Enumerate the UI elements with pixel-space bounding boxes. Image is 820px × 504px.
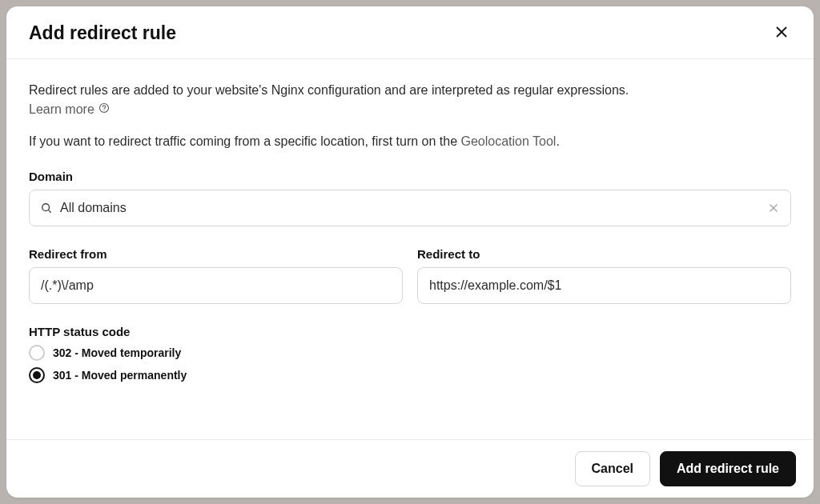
- radio-icon-selected: [29, 367, 45, 383]
- status-option-301[interactable]: 301 - Moved permanently: [29, 367, 791, 383]
- modal-title: Add redirect rule: [29, 22, 176, 44]
- learn-more-label: Learn more: [29, 102, 94, 117]
- search-icon: [41, 202, 52, 214]
- geo-suffix: .: [556, 134, 559, 148]
- redirect-to-label: Redirect to: [417, 247, 791, 261]
- close-icon: [775, 26, 788, 41]
- geolocation-tool-link[interactable]: Geolocation Tool: [461, 134, 557, 148]
- clear-icon[interactable]: [768, 202, 779, 214]
- redirect-from-group: Redirect from: [29, 247, 403, 304]
- modal-footer: Cancel Add redirect rule: [6, 439, 814, 498]
- redirect-to-group: Redirect to: [417, 247, 791, 304]
- status-option-302[interactable]: 302 - Moved temporarily: [29, 345, 791, 361]
- domain-label: Domain: [29, 170, 791, 183]
- geolocation-info: If you want to redirect traffic coming f…: [29, 134, 791, 149]
- help-icon: [98, 102, 110, 117]
- modal-header: Add redirect rule: [6, 6, 814, 59]
- redirect-from-input[interactable]: [29, 267, 403, 304]
- cancel-button[interactable]: Cancel: [575, 451, 650, 486]
- svg-point-4: [42, 204, 50, 211]
- close-button[interactable]: [772, 24, 791, 43]
- status-option-label: 301 - Moved permanently: [53, 369, 187, 382]
- learn-more-link[interactable]: Learn more: [29, 102, 110, 117]
- status-option-label: 302 - Moved temporarily: [53, 346, 181, 359]
- http-status-group: HTTP status code 302 - Moved temporarily…: [29, 325, 791, 383]
- add-redirect-rule-modal: Add redirect rule Redirect rules are add…: [6, 6, 814, 498]
- redirect-to-input[interactable]: [417, 267, 791, 304]
- redirect-fields-row: Redirect from Redirect to: [29, 247, 791, 304]
- http-status-label: HTTP status code: [29, 325, 791, 338]
- radio-dot: [33, 371, 41, 379]
- intro-text: Redirect rules are added to your website…: [29, 82, 791, 99]
- domain-field-group: Domain: [29, 170, 791, 226]
- radio-icon: [29, 345, 45, 361]
- add-redirect-rule-button[interactable]: Add redirect rule: [660, 451, 796, 486]
- domain-input[interactable]: [60, 201, 760, 215]
- geo-prefix: If you want to redirect traffic coming f…: [29, 134, 461, 148]
- redirect-from-label: Redirect from: [29, 247, 403, 261]
- domain-select[interactable]: [29, 190, 791, 226]
- svg-point-3: [103, 110, 104, 111]
- svg-line-5: [49, 210, 51, 213]
- modal-body: Redirect rules are added to your website…: [6, 59, 814, 439]
